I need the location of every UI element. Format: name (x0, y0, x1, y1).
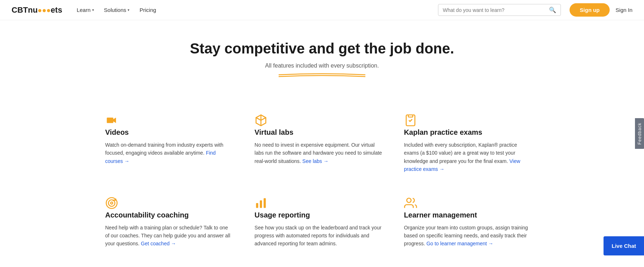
hero-section: Stay competitive and get the job done. A… (0, 20, 644, 85)
logo[interactable]: CBTnu●●●ets (12, 5, 62, 15)
search-bar: 🔍 (438, 4, 561, 16)
svg-rect-0 (408, 115, 413, 117)
chart-bar-icon (254, 197, 382, 211)
hero-title: Stay competitive and get the job done. (12, 40, 632, 57)
feature-item-virtual-labs: Virtual labsNo need to invest in expensi… (247, 102, 396, 185)
hero-underline-decoration (275, 72, 369, 78)
feature-title-coaching: Accountability coaching (105, 211, 233, 219)
feature-desc-kaplan: Included with every subscription, Kaplan… (404, 141, 532, 173)
feature-desc-virtual-labs: No need to invest in expensive equipment… (254, 141, 382, 165)
hero-subtitle: All features included with every subscri… (12, 63, 632, 69)
feature-title-kaplan: Kaplan practice exams (404, 128, 532, 137)
features-grid: VideosWatch on-demand training from indu… (69, 85, 575, 267)
feature-desc-coaching: Need help with a training plan or schedu… (105, 224, 233, 248)
nav-solutions[interactable]: Solutions ▾ (104, 7, 130, 13)
feature-item-videos: VideosWatch on-demand training from indu… (98, 102, 247, 185)
svg-rect-5 (260, 200, 262, 208)
feature-title-videos: Videos (105, 128, 233, 137)
signin-button[interactable]: Sign In (615, 7, 632, 13)
cube-icon (254, 114, 382, 128)
nav-learn[interactable]: Learn ▾ (77, 7, 94, 13)
target-icon (105, 197, 233, 211)
navbar: CBTnu●●●ets Learn ▾ Solutions ▾ Pricing … (0, 0, 644, 20)
feedback-tab[interactable]: Feedback (635, 118, 644, 149)
svg-point-7 (407, 198, 411, 202)
feature-link-learner-mgmt[interactable]: Go to learner management → (426, 241, 493, 246)
feature-link-coaching[interactable]: Get coached → (141, 241, 176, 246)
learn-chevron-icon: ▾ (92, 8, 94, 12)
feature-item-learner-mgmt: Learner managementOrganize your team int… (397, 185, 546, 259)
nav-pricing[interactable]: Pricing (139, 7, 156, 13)
feature-desc-videos: Watch on-demand training from industry e… (105, 141, 233, 165)
nav-links: Learn ▾ Solutions ▾ Pricing (77, 7, 156, 13)
clipboard-check-icon (404, 114, 532, 128)
svg-rect-6 (264, 198, 266, 208)
search-icon: 🔍 (549, 7, 556, 13)
feature-item-reporting: Usage reportingSee how you stack up on t… (247, 185, 396, 259)
feature-title-learner-mgmt: Learner management (404, 211, 532, 219)
feature-desc-learner-mgmt: Organize your team into custom groups, a… (404, 224, 532, 248)
svg-point-3 (111, 202, 113, 204)
feature-item-coaching: Accountability coachingNeed help with a … (98, 185, 247, 259)
feature-link-videos[interactable]: Find courses → (105, 150, 216, 164)
feature-link-virtual-labs[interactable]: See labs → (302, 158, 329, 164)
feature-item-kaplan: Kaplan practice examsIncluded with every… (397, 102, 546, 185)
feature-title-reporting: Usage reporting (254, 211, 382, 219)
live-chat-button[interactable]: Live Chat (604, 236, 644, 255)
video-icon (105, 114, 233, 128)
feature-desc-reporting: See how you stack up on the leaderboard … (254, 224, 382, 248)
signup-button[interactable]: Sign up (570, 3, 610, 17)
feature-title-virtual-labs: Virtual labs (254, 128, 382, 137)
search-input[interactable] (443, 7, 549, 13)
feature-link-kaplan[interactable]: View practice exams → (404, 158, 520, 172)
svg-rect-4 (256, 203, 258, 208)
users-plus-icon (404, 197, 532, 211)
solutions-chevron-icon: ▾ (128, 8, 129, 12)
